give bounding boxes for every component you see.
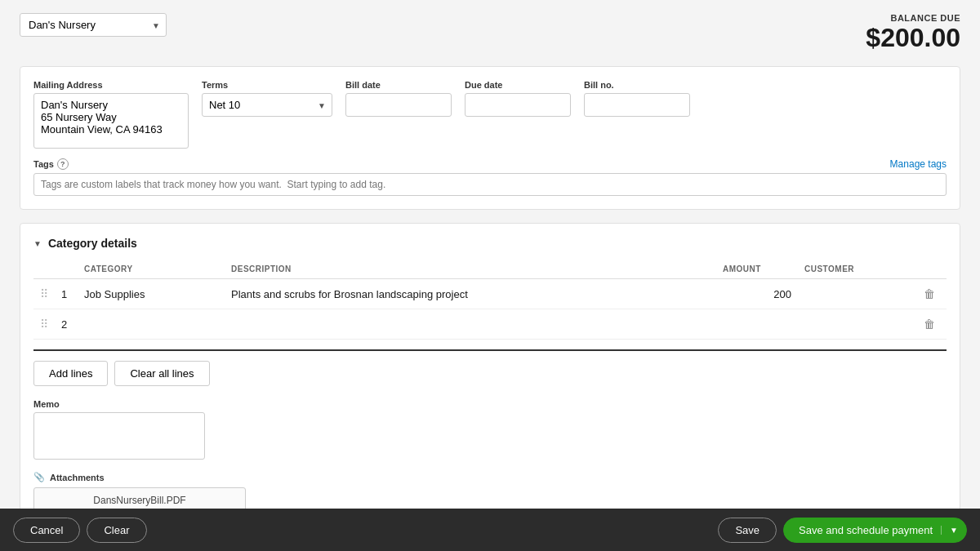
terms-label: Terms: [202, 80, 332, 90]
vendor-select-wrapper[interactable]: Dan's Nursery ▼: [20, 13, 167, 37]
bill-no-input[interactable]: 99100310: [584, 93, 690, 117]
memo-section: Memo: [33, 399, 947, 462]
address-input[interactable]: Dan's Nursery 65 Nursery Way Mountain Vi…: [33, 93, 189, 149]
mailing-address-label: Mailing Address: [33, 80, 189, 90]
table-action-buttons: Add lines Clear all lines: [33, 361, 947, 386]
attachment-filename: DansNurseryBill.PDF: [93, 495, 185, 506]
col-header-amount: AMOUNT: [716, 260, 798, 279]
bill-date-field: Bill date 06/03/2020: [345, 80, 452, 149]
row-category-2[interactable]: [78, 309, 225, 340]
col-header-hash: [33, 260, 55, 279]
tags-input[interactable]: [33, 173, 947, 196]
col-header-customer: CUSTOMER: [798, 260, 912, 279]
row-description-1[interactable]: Plants and scrubs for Brosnan landscapin…: [225, 279, 716, 309]
bill-no-label: Bill no.: [584, 80, 690, 90]
bill-date-input[interactable]: 06/03/2020: [345, 93, 452, 117]
collapse-arrow-icon: ▼: [33, 239, 42, 248]
manage-tags-link[interactable]: Manage tags: [890, 158, 947, 170]
category-section-title: Category details: [48, 237, 137, 250]
col-header-description: DESCRIPTION: [225, 260, 716, 279]
memo-label: Memo: [33, 399, 947, 409]
save-and-schedule-button[interactable]: Save and schedule payment ▼: [783, 518, 967, 543]
row-customer-2[interactable]: [798, 309, 912, 340]
vendor-select[interactable]: Dan's Nursery: [20, 13, 167, 37]
delete-row-1-button[interactable]: 🗑: [919, 286, 940, 302]
bill-no-field: Bill no. 99100310: [584, 80, 690, 149]
drag-handle-icon[interactable]: ⠿: [40, 287, 48, 300]
save-button[interactable]: Save: [718, 518, 777, 543]
col-header-delete: [912, 260, 947, 279]
row-num-2: 2: [55, 309, 78, 340]
mailing-address-field: Mailing Address Dan's Nursery 65 Nursery…: [33, 80, 189, 149]
row-description-2[interactable]: [225, 309, 716, 340]
row-amount-1[interactable]: 200: [716, 279, 798, 309]
clear-all-lines-button[interactable]: Clear all lines: [114, 361, 209, 386]
table-row: ⠿ 1 Job Supplies Plants and scrubs for B…: [33, 279, 947, 309]
tags-label: Tags: [33, 159, 54, 169]
cancel-button[interactable]: Cancel: [13, 518, 80, 543]
save-schedule-label: Save and schedule payment: [799, 524, 941, 536]
attachments-section: 📎 Attachments DansNurseryBill.PDF Show e…: [33, 472, 947, 509]
balance-due-label: BALANCE DUE: [866, 13, 960, 23]
due-date-input[interactable]: 06/14/2020: [465, 93, 571, 117]
due-date-label: Due date: [465, 80, 571, 90]
tags-help-icon[interactable]: ?: [57, 158, 69, 170]
col-header-num: [55, 260, 78, 279]
attachments-label: 📎 Attachments: [33, 472, 947, 482]
footer-right: Save Save and schedule payment ▼: [718, 518, 967, 543]
delete-row-2-button[interactable]: 🗑: [919, 316, 940, 332]
row-category-1[interactable]: Job Supplies: [78, 279, 225, 309]
clear-button[interactable]: Clear: [87, 518, 146, 543]
terms-field: Terms Net 10 ▼: [202, 80, 332, 149]
attachment-file-box[interactable]: DansNurseryBill.PDF: [33, 487, 246, 509]
footer-bar: Cancel Clear Save Save and schedule paym…: [0, 509, 980, 551]
table-row: ⠿ 2 🗑: [33, 309, 947, 340]
balance-due-section: BALANCE DUE $200.00: [866, 13, 960, 53]
category-section-header[interactable]: ▼ Category details: [33, 237, 947, 250]
add-lines-button[interactable]: Add lines: [33, 361, 108, 386]
tags-label-group: Tags ?: [33, 158, 69, 170]
bill-date-label: Bill date: [345, 80, 452, 90]
row-customer-1[interactable]: [798, 279, 912, 309]
category-section: ▼ Category details CATEGORY DESCRIPTION …: [20, 223, 960, 509]
form-fields-panel: Mailing Address Dan's Nursery 65 Nursery…: [20, 66, 960, 210]
balance-due-amount: $200.00: [866, 23, 960, 53]
col-header-category: CATEGORY: [78, 260, 225, 279]
memo-input[interactable]: [33, 412, 205, 460]
row-amount-2[interactable]: [716, 309, 798, 340]
save-schedule-dropdown-icon[interactable]: ▼: [941, 526, 966, 535]
due-date-field: Due date 06/14/2020: [465, 80, 571, 149]
paperclip-icon: 📎: [33, 472, 45, 482]
category-table: CATEGORY DESCRIPTION AMOUNT CUSTOMER ⠿ 1…: [33, 260, 947, 340]
drag-handle-icon[interactable]: ⠿: [40, 318, 48, 331]
tags-section: Tags ? Manage tags: [33, 158, 947, 196]
terms-select-wrapper[interactable]: Net 10 ▼: [202, 93, 332, 117]
row-num-1: 1: [55, 279, 78, 309]
footer-left: Cancel Clear: [13, 518, 147, 543]
terms-select[interactable]: Net 10: [202, 93, 332, 117]
